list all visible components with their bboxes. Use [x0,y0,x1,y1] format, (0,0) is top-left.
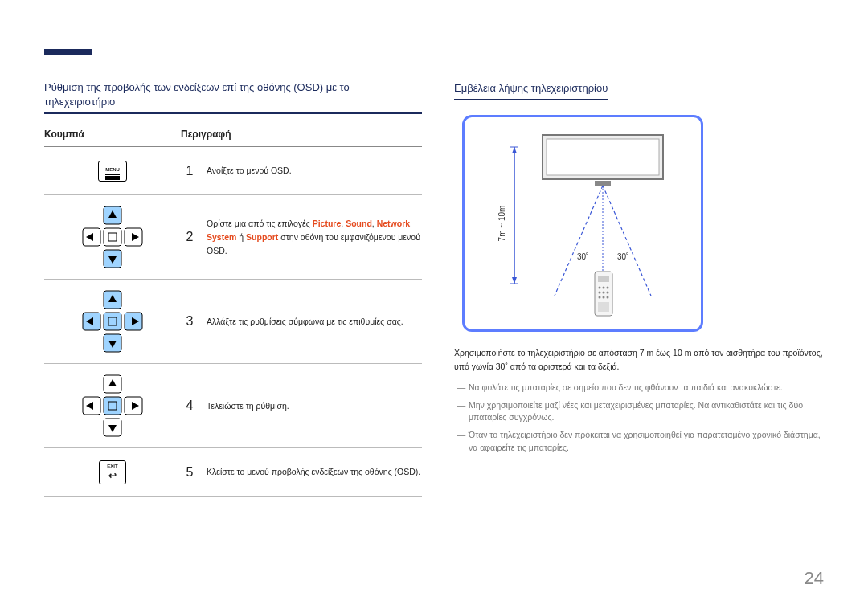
return-arrow-icon: ↩ [108,470,117,481]
manual-page: Ρύθμιση της προβολής των ενδείξεων επί τ… [0,0,868,613]
svg-rect-8 [104,228,121,246]
note-item: ― Μην χρησιμοποιείτε μαζί νέες και μεταχ… [454,399,824,425]
button-graphic-menu: MENU [44,161,181,182]
svg-point-50 [603,296,605,299]
exit-button-icon: EXIT ↩ [99,460,126,484]
svg-point-49 [599,296,601,299]
table-row: MENU 1 Ανοίξτε το μενού OSD. [44,147,422,195]
svg-marker-37 [512,277,517,284]
two-column-layout: Ρύθμιση της προβολής των ενδείξεων επί τ… [44,80,824,497]
right-column: Εμβέλεια λήψης τηλεχειριστηρίου 7m ~ 10m [454,80,824,497]
dpad-center-icon [76,374,149,438]
section-title-osd: Ρύθμιση της προβολής των ενδείξεων επί τ… [44,80,422,114]
svg-point-43 [599,287,601,289]
step-description: Ορίστε μια από τις επιλογές Picture, Sou… [199,217,422,257]
svg-rect-32 [595,181,611,186]
svg-point-46 [599,292,601,294]
distance-label: 7m ~ 10m [497,206,506,242]
hamburger-icon [105,174,120,175]
svg-point-47 [603,292,605,294]
note-text: Μην χρησιμοποιείτε μαζί νέες και μεταχει… [469,399,824,425]
section-title-range: Εμβέλεια λήψης τηλεχειριστηρίου [454,81,608,100]
menu-label: MENU [105,167,120,172]
highlight-system: System [207,232,236,242]
svg-marker-36 [512,147,517,153]
step-number: 5 [181,465,199,480]
dpad-up-down-icon [76,205,149,269]
table-row: 2 Ορίστε μια από τις επιλογές Picture, S… [44,195,422,280]
header-rule [44,55,824,55]
notes-list: ― Να φυλάτε τις μπαταρίες σε σημείο που … [454,382,824,455]
button-graphic-exit: EXIT ↩ [44,460,181,484]
dash-icon: ― [454,399,469,425]
range-diagram-svg: 7m ~ 10m 30˚ 30˚ [470,123,695,324]
svg-rect-52 [598,302,609,312]
angle-left-label: 30˚ [577,252,588,261]
exit-label: EXIT [107,464,117,468]
highlight-picture: Picture [313,219,342,228]
note-text: Να φυλάτε τις μπαταρίες σε σημείο που δε… [469,382,783,394]
dpad-all-icon [76,289,149,353]
step-number: 4 [181,398,199,413]
svg-point-44 [603,287,605,289]
step-description: Ανοίξτε το μενού OSD. [199,164,422,178]
note-item: ― Να φυλάτε τις μπαταρίες σε σημείο που … [454,382,824,394]
svg-point-48 [607,292,609,294]
step-description: Κλείστε το μενού προβολής ενδείξεων της … [199,465,422,479]
angle-right-label: 30˚ [617,252,628,261]
th-description: Περιγραφή [181,129,422,140]
svg-point-51 [607,296,609,299]
note-item: ― Όταν το τηλεχειριστήριο δεν πρόκειται … [454,429,824,455]
range-description: Χρησιμοποιήστε το τηλεχειριστήριο σε από… [454,346,824,374]
table-header: Κουμπιά Περιγραφή [44,129,422,147]
highlight-network: Network [377,219,410,228]
svg-rect-28 [104,397,121,415]
menu-button-icon: MENU [98,161,127,182]
table-row: EXIT ↩ 5 Κλείστε το μενού προβολής ενδεί… [44,448,422,497]
page-number: 24 [805,568,824,589]
step-number: 3 [181,314,199,329]
svg-point-45 [607,287,609,289]
step-description: Τελειώστε τη ρύθμιση. [199,399,422,413]
left-column: Ρύθμιση της προβολής των ενδείξεων επί τ… [44,80,422,497]
svg-rect-31 [547,139,659,175]
svg-rect-42 [598,276,609,282]
remote-range-diagram: 7m ~ 10m 30˚ 30˚ [462,115,703,332]
svg-rect-18 [104,313,121,330]
step-description: Αλλάξτε τις ρυθμίσεις σύμφωνα με τις επι… [199,315,422,329]
dash-icon: ― [454,429,469,455]
th-buttons: Κουμπιά [44,129,181,140]
step-number: 2 [181,230,199,244]
button-graphic-enter [44,374,181,438]
highlight-sound: Sound [346,219,372,228]
note-text: Όταν το τηλεχειριστήριο δεν πρόκειται να… [469,429,824,455]
dash-icon: ― [454,382,469,394]
button-graphic-dpad [44,205,181,269]
table-row: 3 Αλλάξτε τις ρυθμίσεις σύμφωνα με τις ε… [44,280,422,364]
table-row: 4 Τελειώστε τη ρύθμιση. [44,364,422,448]
highlight-support: Support [246,232,278,242]
step-number: 1 [181,164,199,178]
button-graphic-dpad-all [44,289,181,353]
